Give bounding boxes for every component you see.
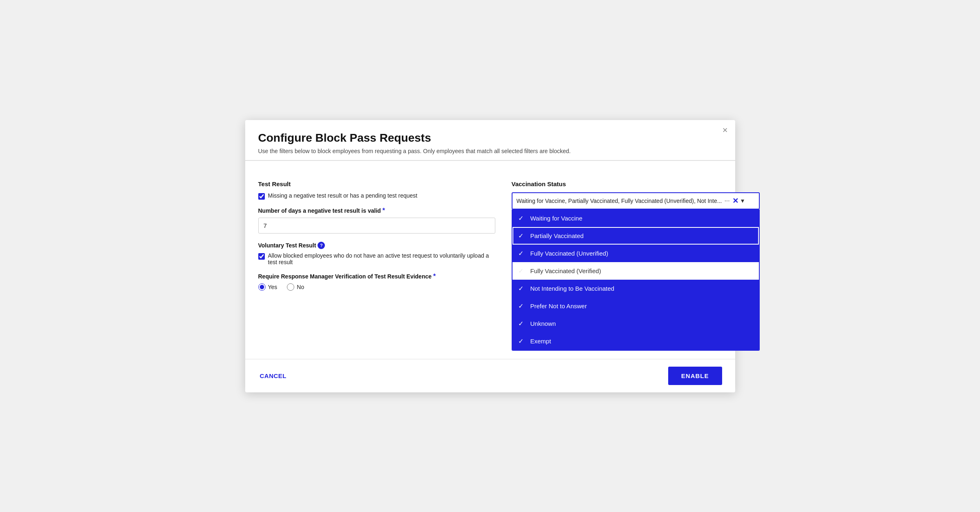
configure-block-pass-modal: × Configure Block Pass Requests Use the …: [245, 120, 735, 392]
vaccination-option[interactable]: ✓Prefer Not to Answer: [512, 297, 759, 315]
option-check-icon: ✓: [518, 267, 526, 275]
left-column: Test Result Missing a negative test resu…: [258, 180, 495, 351]
option-check-icon: ✓: [518, 337, 526, 345]
option-check-icon: ✓: [518, 214, 526, 222]
test-result-label: Test Result: [258, 180, 495, 187]
option-check-icon: ✓: [518, 302, 526, 310]
radio-no-row: No: [287, 283, 304, 291]
vaccination-status-selected-text: Waiting for Vaccine, Partially Vaccinate…: [517, 198, 722, 204]
modal-subtitle: Use the filters below to block employees…: [258, 148, 722, 154]
days-required-star: *: [383, 207, 385, 214]
help-icon[interactable]: ?: [318, 242, 325, 249]
option-label: Partially Vaccinated: [530, 232, 584, 239]
vaccination-option[interactable]: ✓Waiting for Vaccine: [512, 209, 759, 227]
vaccination-option[interactable]: ✓Exempt: [512, 332, 759, 350]
option-check-icon: ✓: [518, 232, 526, 240]
clear-icon[interactable]: ✕: [732, 196, 738, 205]
right-column: Vaccination Status Waiting for Vaccine, …: [512, 180, 760, 351]
radio-no[interactable]: [287, 283, 294, 291]
radio-yes-row: Yes: [258, 283, 277, 291]
close-button[interactable]: ×: [723, 126, 728, 135]
option-label: Fully Vaccinated (Unverified): [530, 250, 609, 257]
option-check-icon: ✓: [518, 285, 526, 292]
test-result-checkbox-label: Missing a negative test result or has a …: [268, 192, 418, 199]
option-check-icon: ✓: [518, 320, 526, 327]
vaccination-options-list: ✓Waiting for Vaccine✓Partially Vaccinate…: [512, 209, 760, 351]
voluntary-label: Voluntary Test Result ?: [258, 242, 495, 249]
modal-footer: CANCEL ENABLE: [245, 359, 735, 392]
voluntary-checkbox[interactable]: [258, 253, 265, 260]
vaccination-option[interactable]: ✓Unknown: [512, 315, 759, 332]
modal-body: Test Result Missing a negative test resu…: [245, 169, 735, 359]
option-check-icon: ✓: [518, 249, 526, 257]
voluntary-checkbox-row: Allow blocked employees who do not have …: [258, 252, 495, 265]
option-label: Prefer Not to Answer: [530, 303, 587, 309]
modal-header: Configure Block Pass Requests Use the fi…: [245, 120, 735, 160]
option-label: Fully Vaccinated (Verified): [530, 267, 601, 274]
option-label: Not Intending to Be Vaccinated: [530, 285, 615, 292]
enable-button[interactable]: ENABLE: [668, 367, 722, 385]
test-result-checkbox[interactable]: [258, 193, 265, 200]
ellipsis-icon: ···: [724, 197, 729, 205]
vaccination-status-dropdown[interactable]: Waiting for Vaccine, Partially Vaccinate…: [512, 192, 760, 351]
vaccination-option[interactable]: ✓Fully Vaccinated (Verified): [512, 262, 759, 280]
days-field-label: Number of days a negative test result is…: [258, 207, 495, 214]
chevron-down-icon: ▾: [741, 197, 744, 205]
radio-yes[interactable]: [258, 283, 266, 291]
voluntary-checkbox-label: Allow blocked employees who do not have …: [268, 252, 495, 265]
verification-label: Require Response Manager Verification of…: [258, 273, 495, 280]
option-label: Exempt: [530, 338, 551, 345]
option-label: Unknown: [530, 320, 556, 327]
radio-no-label: No: [297, 284, 304, 290]
vaccination-option[interactable]: ✓Not Intending to Be Vaccinated: [512, 280, 759, 297]
vaccination-option[interactable]: ✓Partially Vaccinated: [512, 227, 759, 245]
vaccination-status-label: Vaccination Status: [512, 180, 760, 187]
option-label: Waiting for Vaccine: [530, 215, 583, 222]
days-input[interactable]: [258, 218, 495, 234]
radio-group: Yes No: [258, 283, 495, 291]
verification-required-star: *: [433, 273, 436, 280]
vaccination-option[interactable]: ✓Fully Vaccinated (Unverified): [512, 245, 759, 262]
modal-title: Configure Block Pass Requests: [258, 131, 722, 145]
vaccination-status-select-box[interactable]: Waiting for Vaccine, Partially Vaccinate…: [512, 192, 760, 209]
cancel-button[interactable]: CANCEL: [258, 368, 289, 383]
radio-yes-label: Yes: [268, 284, 277, 290]
test-result-checkbox-row: Missing a negative test result or has a …: [258, 192, 495, 200]
